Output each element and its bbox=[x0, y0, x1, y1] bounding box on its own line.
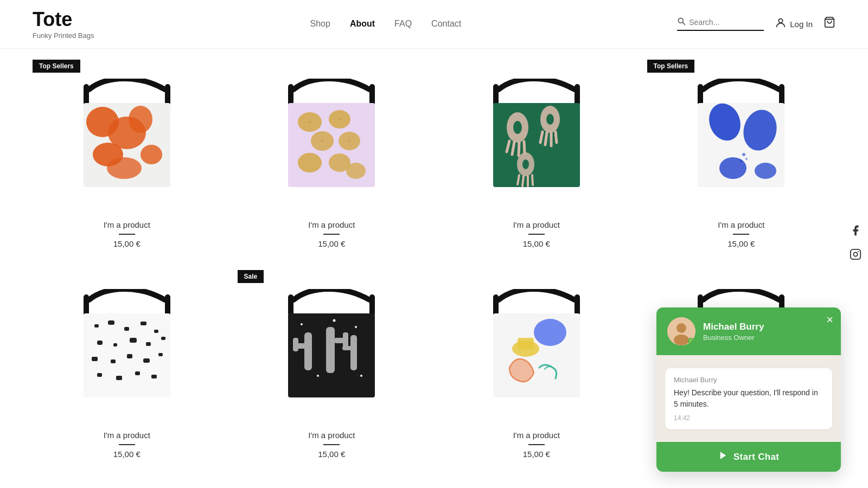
svg-rect-66 bbox=[154, 330, 158, 333]
svg-point-38 bbox=[546, 114, 554, 125]
svg-rect-98 bbox=[575, 294, 580, 316]
facebook-icon[interactable] bbox=[850, 224, 861, 240]
login-button[interactable]: Log In bbox=[775, 17, 813, 31]
product-info-4: I'm a product 15,00 € bbox=[647, 220, 836, 248]
svg-rect-27 bbox=[493, 84, 499, 106]
svg-point-22 bbox=[346, 163, 366, 179]
svg-point-57 bbox=[745, 158, 748, 160]
svg-line-48 bbox=[532, 175, 533, 185]
main-nav: Shop About FAQ Contact bbox=[310, 19, 462, 29]
svg-line-42 bbox=[556, 132, 557, 143]
svg-point-107 bbox=[853, 252, 857, 256]
product-card-1[interactable]: Top Sellers bbox=[33, 60, 221, 248]
search-icon bbox=[677, 17, 686, 28]
svg-rect-13 bbox=[288, 84, 293, 106]
svg-rect-70 bbox=[146, 342, 151, 346]
product-price-7: 15,00 € bbox=[442, 450, 631, 459]
chat-body: Michael Burry Hey! Describe your questio… bbox=[656, 355, 841, 442]
nav-shop[interactable]: Shop bbox=[310, 19, 330, 29]
product-name-5: I'm a product bbox=[33, 431, 221, 440]
svg-rect-75 bbox=[143, 358, 150, 363]
product-card-2[interactable]: I'm a product 15,00 € bbox=[238, 60, 426, 248]
svg-rect-84 bbox=[304, 332, 312, 370]
product-price-5: 15,00 € bbox=[33, 450, 221, 459]
bag-svg-7 bbox=[490, 289, 583, 403]
chat-close-button[interactable]: × bbox=[826, 314, 833, 326]
product-image-7 bbox=[442, 270, 631, 422]
product-image-5 bbox=[33, 270, 221, 422]
badge-top-sellers-1: Top Sellers bbox=[33, 60, 80, 73]
svg-rect-80 bbox=[151, 375, 157, 378]
svg-rect-77 bbox=[97, 373, 102, 377]
svg-point-12 bbox=[107, 157, 142, 179]
search-input[interactable] bbox=[689, 18, 760, 27]
message-text: Hey! Describe your question, I'll respon… bbox=[674, 387, 824, 410]
svg-point-100 bbox=[534, 319, 566, 346]
nav-faq[interactable]: FAQ bbox=[394, 19, 412, 29]
svg-point-92 bbox=[301, 323, 303, 325]
product-card-6[interactable]: Sale bbox=[238, 270, 426, 459]
svg-rect-102 bbox=[518, 338, 534, 350]
svg-point-108 bbox=[858, 251, 859, 252]
product-price-4: 15,00 € bbox=[647, 239, 836, 248]
svg-point-55 bbox=[755, 163, 776, 179]
badge-sale: Sale bbox=[238, 270, 264, 283]
product-price-2: 15,00 € bbox=[238, 239, 426, 248]
svg-rect-106 bbox=[851, 249, 860, 259]
svg-point-44 bbox=[522, 159, 529, 169]
svg-rect-82 bbox=[369, 294, 375, 316]
bag-svg-2 bbox=[285, 79, 378, 192]
svg-rect-67 bbox=[97, 341, 103, 345]
start-chat-button[interactable]: Start Chat bbox=[656, 442, 841, 472]
svg-point-10 bbox=[129, 106, 152, 133]
product-name-1: I'm a product bbox=[33, 220, 221, 229]
svg-rect-97 bbox=[493, 294, 499, 316]
svg-point-56 bbox=[742, 153, 745, 156]
product-name-7: I'm a product bbox=[442, 431, 631, 440]
svg-point-58 bbox=[740, 159, 743, 162]
svg-point-2 bbox=[779, 18, 783, 22]
svg-rect-14 bbox=[369, 84, 375, 106]
product-card-3[interactable]: I'm a product 15,00 € bbox=[442, 60, 631, 248]
bag-svg-4 bbox=[695, 79, 787, 192]
product-image-1: Top Sellers bbox=[33, 60, 221, 211]
agent-info: Michael Burry Business Owner bbox=[703, 322, 830, 342]
header-right: Log In bbox=[677, 16, 835, 31]
svg-rect-91 bbox=[342, 346, 352, 350]
product-info-2: I'm a product 15,00 € bbox=[238, 220, 426, 248]
svg-point-110 bbox=[676, 323, 686, 333]
svg-rect-50 bbox=[779, 84, 784, 106]
svg-rect-87 bbox=[326, 327, 335, 373]
product-price-6: 15,00 € bbox=[238, 450, 426, 459]
product-divider-1 bbox=[119, 234, 135, 235]
product-divider-4 bbox=[733, 234, 749, 235]
online-indicator bbox=[688, 338, 694, 344]
svg-point-25 bbox=[321, 140, 323, 142]
svg-point-93 bbox=[333, 319, 336, 322]
badge-top-sellers-4: Top Sellers bbox=[647, 60, 695, 73]
product-image-2 bbox=[238, 60, 426, 211]
start-chat-label: Start Chat bbox=[733, 452, 779, 463]
svg-rect-49 bbox=[698, 84, 703, 106]
svg-line-46 bbox=[522, 176, 524, 186]
nav-contact[interactable]: Contact bbox=[431, 19, 461, 29]
svg-rect-59 bbox=[84, 294, 89, 316]
product-divider-2 bbox=[323, 234, 340, 235]
product-card-5[interactable]: I'm a product 15,00 € bbox=[33, 270, 221, 459]
svg-rect-62 bbox=[94, 324, 99, 328]
agent-role: Business Owner bbox=[703, 333, 830, 342]
svg-rect-86 bbox=[293, 338, 298, 351]
bag-svg-5 bbox=[81, 289, 173, 403]
nav-about[interactable]: About bbox=[350, 19, 375, 29]
svg-rect-79 bbox=[135, 371, 140, 375]
product-card-4[interactable]: Top Sellers I'm a bbox=[647, 60, 836, 248]
product-grid-row1: Top Sellers bbox=[33, 60, 835, 248]
svg-point-94 bbox=[355, 326, 357, 328]
search-box[interactable] bbox=[677, 17, 764, 31]
instagram-icon[interactable] bbox=[850, 248, 861, 264]
product-image-4: Top Sellers bbox=[647, 60, 836, 211]
cart-icon[interactable] bbox=[824, 16, 835, 31]
svg-point-54 bbox=[719, 157, 746, 179]
product-card-7[interactable]: I'm a product 15,00 € bbox=[442, 270, 631, 459]
svg-point-11 bbox=[141, 145, 162, 164]
